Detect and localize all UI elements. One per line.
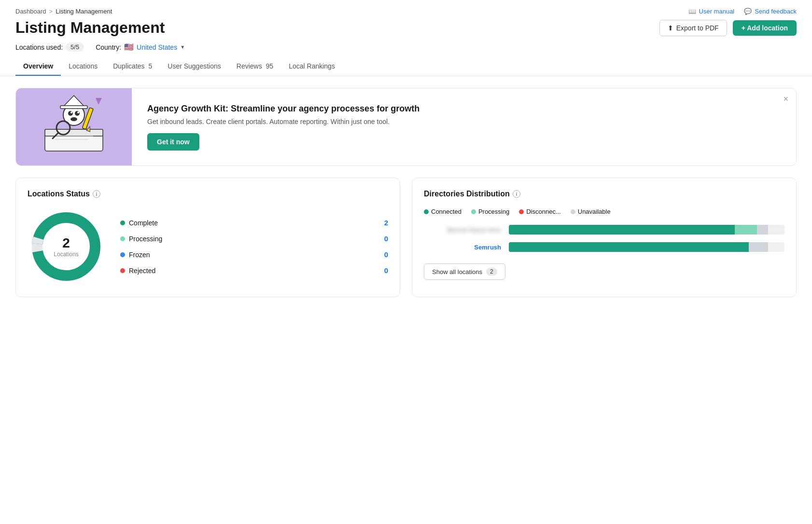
directory-bar-2: Semrush bbox=[424, 242, 784, 252]
donut-label: Locations bbox=[54, 251, 78, 258]
directories-distribution-card: Directories Distribution i Connected Pro… bbox=[412, 178, 797, 297]
dir-legend-connected: Connected bbox=[424, 208, 462, 215]
tab-duplicates[interactable]: Duplicates 5 bbox=[105, 57, 160, 76]
donut-chart: 2 Locations bbox=[28, 208, 105, 285]
bar-1-connected bbox=[509, 225, 735, 234]
frozen-dot bbox=[120, 252, 125, 257]
bar-2-connected bbox=[509, 242, 749, 252]
donut-section: 2 Locations Complete 2 bbox=[28, 208, 388, 285]
cards-row: Locations Status i bbox=[15, 178, 797, 297]
svg-point-5 bbox=[68, 111, 73, 116]
show-all-count: 2 bbox=[486, 268, 497, 276]
directory-bar-track-1 bbox=[509, 225, 784, 234]
unavailable-dot bbox=[571, 209, 575, 214]
promo-close-button[interactable]: × bbox=[783, 94, 788, 104]
svg-point-7 bbox=[70, 111, 72, 113]
dir-processing-dot bbox=[471, 209, 476, 214]
dir-legend-unavailable: Unavailable bbox=[571, 208, 611, 215]
bar-1-unavailable bbox=[757, 225, 768, 234]
rejected-dot bbox=[120, 268, 125, 273]
flag-icon: 🇺🇸 bbox=[124, 42, 134, 52]
svg-rect-11 bbox=[60, 106, 87, 109]
disconnected-dot bbox=[519, 209, 524, 214]
svg-point-8 bbox=[77, 111, 79, 113]
title-actions: ⬆ Export to PDF + Add location bbox=[659, 20, 797, 36]
breadcrumb-separator: > bbox=[49, 8, 53, 15]
promo-image bbox=[16, 88, 132, 165]
tab-user-suggestions[interactable]: User Suggestions bbox=[160, 57, 229, 76]
top-actions: 📖 User manual 💬 Send feedback bbox=[688, 8, 797, 15]
meta-row: Locations used: 5/5 Country: 🇺🇸 United S… bbox=[15, 42, 797, 52]
directories-bars: Blurred Name Here Semrush bbox=[424, 225, 784, 252]
breadcrumb: Dashboard > Listing Management bbox=[15, 8, 112, 15]
locations-used: Locations used: 5/5 bbox=[15, 42, 84, 52]
donut-center: 2 Locations bbox=[54, 235, 78, 258]
country-selector[interactable]: Country: 🇺🇸 United States ▼ bbox=[96, 42, 185, 52]
svg-point-9 bbox=[70, 117, 77, 121]
promo-banner: Agency Growth Kit: Streamline your agenc… bbox=[15, 88, 797, 166]
book-icon: 📖 bbox=[688, 8, 696, 15]
legend-complete: Complete 2 bbox=[120, 219, 388, 227]
svg-rect-1 bbox=[45, 129, 103, 136]
complete-dot bbox=[120, 221, 125, 225]
show-all-locations-button[interactable]: Show all locations 2 bbox=[424, 263, 505, 280]
svg-marker-10 bbox=[63, 96, 84, 107]
promo-content: Agency Growth Kit: Streamline your agenc… bbox=[132, 92, 796, 162]
donut-number: 2 bbox=[54, 235, 78, 251]
legend-rejected: Rejected 0 bbox=[120, 266, 388, 275]
directories-legend: Connected Processing Disconnec... Unavai… bbox=[424, 208, 784, 215]
connected-dot bbox=[424, 209, 429, 214]
directory-bar-track-2 bbox=[509, 242, 784, 252]
bar-1-processing bbox=[735, 225, 757, 234]
info-icon[interactable]: i bbox=[93, 190, 100, 198]
tab-local-rankings[interactable]: Local Rankings bbox=[281, 57, 343, 76]
dir-info-icon[interactable]: i bbox=[513, 190, 520, 198]
send-feedback-link[interactable]: 💬 Send feedback bbox=[744, 8, 797, 15]
processing-dot bbox=[120, 236, 125, 241]
legend-frozen: Frozen 0 bbox=[120, 250, 388, 259]
export-pdf-button[interactable]: ⬆ Export to PDF bbox=[659, 20, 727, 36]
tab-overview[interactable]: Overview bbox=[15, 57, 61, 76]
export-icon: ⬆ bbox=[668, 24, 673, 32]
svg-marker-16 bbox=[96, 98, 102, 105]
tab-reviews[interactable]: Reviews 95 bbox=[229, 57, 281, 76]
tab-locations[interactable]: Locations bbox=[61, 57, 105, 76]
locations-status-card: Locations Status i bbox=[15, 178, 400, 297]
breadcrumb-home[interactable]: Dashboard bbox=[15, 8, 46, 15]
promo-title: Agency Growth Kit: Streamline your agenc… bbox=[147, 104, 781, 114]
legend-processing: Processing 0 bbox=[120, 234, 388, 243]
chevron-down-icon: ▼ bbox=[180, 44, 185, 50]
add-location-button[interactable]: + Add location bbox=[733, 20, 797, 36]
locations-status-title: Locations Status i bbox=[28, 190, 388, 198]
directories-distribution-title: Directories Distribution i bbox=[424, 190, 784, 198]
svg-point-6 bbox=[75, 111, 80, 116]
bar-2-unavailable bbox=[749, 242, 768, 252]
country-name[interactable]: United States ▼ bbox=[137, 43, 185, 51]
dir-legend-processing: Processing bbox=[471, 208, 509, 215]
dir-legend-disconnected: Disconnec... bbox=[519, 208, 561, 215]
promo-description: Get inbound leads. Create client portals… bbox=[147, 118, 781, 125]
user-manual-link[interactable]: 📖 User manual bbox=[688, 8, 735, 15]
locations-legend: Complete 2 Processing 0 bbox=[120, 219, 388, 275]
locations-badge: 5/5 bbox=[66, 42, 84, 52]
directory-bar-label-1: Blurred Name Here bbox=[424, 226, 501, 234]
nav-tabs: Overview Locations Duplicates 5 User Sug… bbox=[15, 57, 797, 76]
promo-cta-button[interactable]: Get it now bbox=[147, 133, 199, 151]
page-title-row: Listing Management ⬆ Export to PDF + Add… bbox=[15, 19, 797, 37]
content-area: Agency Growth Kit: Streamline your agenc… bbox=[0, 76, 812, 309]
breadcrumb-current: Listing Management bbox=[56, 8, 112, 15]
directory-bar-1: Blurred Name Here bbox=[424, 225, 784, 234]
feedback-icon: 💬 bbox=[744, 8, 752, 15]
page-title: Listing Management bbox=[15, 19, 165, 37]
directory-bar-label-2[interactable]: Semrush bbox=[424, 244, 501, 251]
